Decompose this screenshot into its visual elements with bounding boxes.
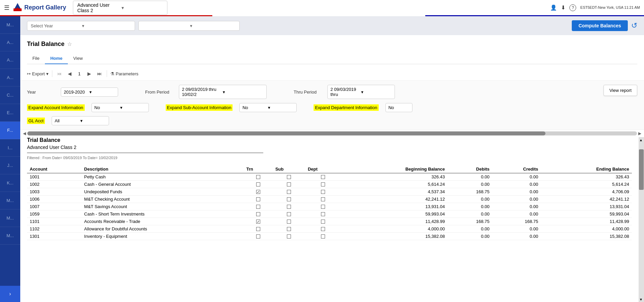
- scroll-left-arrow[interactable]: ◀: [23, 131, 26, 136]
- cell-sub[interactable]: [273, 181, 305, 188]
- vscroll-up-arrow[interactable]: ▲: [639, 137, 643, 143]
- tab-home[interactable]: Home: [45, 53, 68, 64]
- sidebar-item-e[interactable]: E...: [0, 104, 20, 122]
- sidebar: M... A... A... A... C... E... F... I... …: [0, 16, 20, 302]
- cell-end-balance: 11,428.99: [541, 218, 632, 225]
- cell-sub[interactable]: [273, 218, 305, 225]
- from-period-select[interactable]: 2 09/03/2019 thru 10/02/2 ▾: [179, 85, 267, 99]
- select-period-dropdown[interactable]: ▾: [138, 21, 240, 31]
- tab-file[interactable]: File: [27, 53, 45, 64]
- cell-dept[interactable]: [305, 203, 341, 210]
- export-button[interactable]: ↦ Export ▾: [27, 71, 49, 76]
- table-row: 1059 Cash - Short Term Investments 59,99…: [27, 210, 632, 218]
- cell-debits: 0.00: [448, 225, 492, 233]
- sidebar-item-i[interactable]: I...: [0, 139, 20, 157]
- cell-account: 1007: [27, 203, 81, 210]
- cell-begin-balance: 5,614.24: [341, 181, 448, 188]
- cell-debits: 168.75: [448, 218, 492, 225]
- sidebar-item-m2[interactable]: M...: [0, 192, 20, 209]
- select-year-label: Select Year: [31, 23, 80, 28]
- cell-description: Cash - General Account: [81, 181, 243, 188]
- refresh-icon[interactable]: ↺: [631, 21, 637, 30]
- gl-acct-select[interactable]: All ▾: [52, 116, 109, 125]
- sidebar-item-m1[interactable]: M...: [0, 16, 20, 34]
- cell-sub[interactable]: [273, 210, 305, 218]
- cell-trn[interactable]: [244, 233, 273, 240]
- sidebar-toggle[interactable]: ›: [0, 286, 20, 302]
- download-icon[interactable]: ⬇: [561, 4, 565, 11]
- expand-account-select[interactable]: No ▾: [91, 103, 149, 112]
- cell-debits: 0.00: [448, 203, 492, 210]
- cell-trn[interactable]: [244, 181, 273, 188]
- vertical-scrollbar[interactable]: ▲ ▼: [639, 137, 644, 302]
- cell-sub[interactable]: [273, 203, 305, 210]
- top-right-area: 👤 ⬇ ? EST5EDT-New York, USA 11:21 AM: [550, 4, 640, 11]
- table-row: 1006 M&T Checking Account 42,241.12 0.00…: [27, 196, 632, 203]
- cell-trn[interactable]: [244, 173, 273, 181]
- cell-dept[interactable]: [305, 210, 341, 218]
- parameters-button[interactable]: ⚗ Parameters: [110, 71, 138, 76]
- hamburger-menu[interactable]: ☰: [4, 4, 9, 11]
- table-row: 1007 M&T Savings Account 13,931.04 0.00 …: [27, 203, 632, 210]
- horizontal-scrollbar-track[interactable]: [27, 131, 637, 135]
- col-dept: Dept: [305, 165, 341, 173]
- sidebar-item-j[interactable]: J...: [0, 157, 20, 174]
- cell-trn[interactable]: [244, 196, 273, 203]
- nav-next-button[interactable]: ▶: [86, 70, 92, 77]
- year-select[interactable]: 2019-2020 ▾: [61, 87, 118, 97]
- cell-dept[interactable]: [305, 188, 341, 196]
- sidebar-item-c[interactable]: C...: [0, 86, 20, 104]
- table-row: 1003 Undeposited Funds 4,537.34 168.75 0…: [27, 188, 632, 196]
- expand-dept-input[interactable]: No: [385, 103, 412, 112]
- vscroll-down-arrow[interactable]: ▼: [639, 297, 643, 302]
- cell-dept[interactable]: [305, 233, 341, 240]
- sidebar-item-a3[interactable]: A...: [0, 69, 20, 86]
- cell-dept[interactable]: [305, 181, 341, 188]
- nav-first-button[interactable]: ⏮: [56, 70, 63, 77]
- nav-last-button[interactable]: ⏭: [96, 70, 103, 77]
- expand-subaccount-select[interactable]: No ▾: [239, 103, 297, 112]
- gl-acct-label: GL Acct: [27, 118, 45, 124]
- sidebar-item-k[interactable]: K...: [0, 174, 20, 192]
- select-year-dropdown[interactable]: Select Year ▾: [27, 21, 135, 31]
- horizontal-scrollbar-thumb[interactable]: [27, 131, 545, 135]
- cell-trn[interactable]: [244, 210, 273, 218]
- cell-dept[interactable]: [305, 218, 341, 225]
- cell-sub[interactable]: [273, 233, 305, 240]
- sidebar-item-m4[interactable]: M...: [0, 227, 20, 245]
- sidebar-item-m3[interactable]: M...: [0, 209, 20, 227]
- cell-credits: 0.00: [492, 181, 541, 188]
- sidebar-item-f[interactable]: F...: [0, 122, 20, 139]
- cell-credits: 0.00: [492, 203, 541, 210]
- sidebar-item-a1[interactable]: A...: [0, 34, 20, 51]
- cell-sub[interactable]: [273, 173, 305, 181]
- cell-begin-balance: 42,241.12: [341, 196, 448, 203]
- cell-sub[interactable]: [273, 225, 305, 233]
- compute-balances-button[interactable]: Compute Balances: [572, 20, 628, 31]
- cell-dept[interactable]: [305, 225, 341, 233]
- tab-view[interactable]: View: [68, 53, 88, 64]
- help-icon[interactable]: ?: [569, 4, 576, 11]
- cell-sub[interactable]: [273, 196, 305, 203]
- report-selector[interactable]: Advanced User Class 2 ▾: [73, 1, 167, 15]
- favorite-star-icon[interactable]: ☆: [67, 41, 72, 47]
- vertical-scrollbar-thumb[interactable]: [639, 149, 644, 190]
- cell-trn[interactable]: [244, 188, 273, 196]
- cell-dept[interactable]: [305, 196, 341, 203]
- expand-dept-label: Expand Department Information: [314, 104, 378, 111]
- col-description: Description: [81, 165, 243, 173]
- nav-prev-button[interactable]: ◀: [66, 70, 73, 77]
- cell-trn[interactable]: [244, 203, 273, 210]
- user-icon[interactable]: 👤: [550, 4, 557, 11]
- cell-account: 1006: [27, 196, 81, 203]
- thru-period-select[interactable]: 2 09/03/2019 thru ▾: [327, 85, 395, 99]
- cell-trn[interactable]: [244, 225, 273, 233]
- thru-period-label: Thru Period: [294, 90, 321, 95]
- cell-trn[interactable]: [244, 218, 273, 225]
- cell-dept[interactable]: [305, 173, 341, 181]
- view-report-button[interactable]: View report: [603, 85, 637, 96]
- sidebar-item-a2[interactable]: A...: [0, 51, 20, 69]
- cell-sub[interactable]: [273, 188, 305, 196]
- year-chevron: ▾: [89, 90, 115, 95]
- scroll-right-arrow[interactable]: ▶: [638, 131, 641, 136]
